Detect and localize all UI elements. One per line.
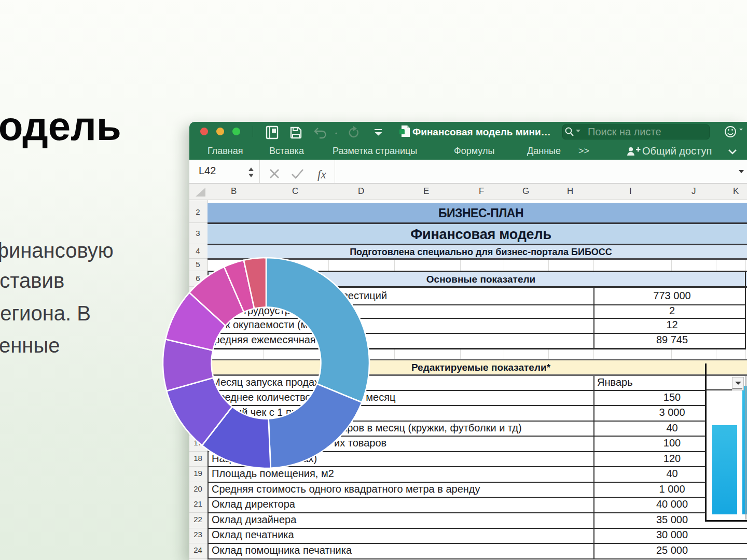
- svg-text:fx: fx: [317, 168, 326, 181]
